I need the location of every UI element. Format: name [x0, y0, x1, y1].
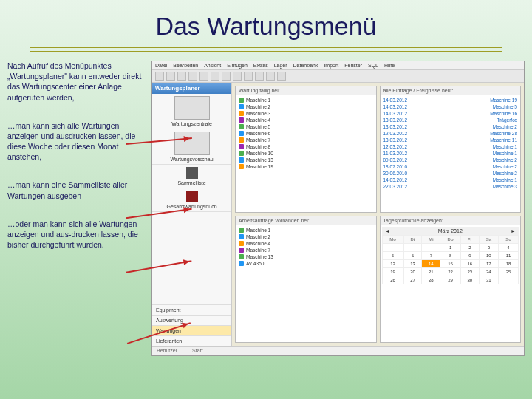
list-item[interactable]: AV 4350 — [237, 260, 375, 267]
cal-next-icon[interactable]: ► — [511, 228, 516, 233]
cal-day[interactable]: 9 — [460, 252, 479, 260]
toolbar-button[interactable] — [177, 72, 186, 81]
toolbar-button[interactable] — [166, 72, 175, 81]
cal-day[interactable]: 14 — [422, 260, 440, 268]
list-item[interactable]: 12.03.2012Maschine 1 — [382, 143, 519, 150]
cal-day[interactable]: 11 — [498, 252, 518, 260]
cal-day[interactable]: 5 — [382, 252, 403, 260]
cal-day[interactable]: 6 — [403, 252, 422, 260]
list-item[interactable]: Maschine 13 — [237, 157, 375, 163]
menu-item[interactable]: Hilfe — [384, 63, 395, 68]
list-item[interactable]: Maschine 10 — [237, 150, 375, 157]
entry-date: 18.07.2010 — [383, 164, 408, 169]
toolbar-button[interactable] — [155, 72, 164, 81]
cal-day[interactable]: 21 — [422, 268, 440, 276]
nav-auswertung[interactable]: Auswertung — [152, 315, 231, 325]
cal-day[interactable]: 20 — [403, 268, 422, 276]
toolbar-button[interactable] — [200, 72, 208, 81]
list-item[interactable]: 14.03.2012Maschine 1 — [382, 177, 519, 183]
cal-day[interactable]: 17 — [479, 260, 498, 268]
cal-day[interactable]: 10 — [479, 252, 498, 260]
list-item[interactable]: Maschine 8 — [237, 143, 375, 150]
cal-day[interactable] — [498, 276, 518, 284]
cal-day[interactable]: 4 — [498, 244, 518, 252]
sidebar-item-sammelliste[interactable]: Sammelliste — [152, 165, 231, 188]
cal-day[interactable]: 18 — [498, 260, 518, 268]
list-item[interactable]: Maschine 3 — [237, 110, 375, 117]
cal-day[interactable]: 8 — [440, 252, 461, 260]
orders-list: Maschine 1Maschine 2Maschine 4Maschine 7… — [236, 225, 376, 342]
cal-day[interactable] — [382, 244, 403, 252]
cal-day[interactable]: 12 — [382, 260, 403, 268]
list-item[interactable]: Maschine 19 — [237, 163, 375, 170]
list-icon — [186, 167, 198, 179]
toolbar-button[interactable] — [222, 72, 231, 81]
toolbar-button[interactable] — [211, 72, 219, 81]
list-item[interactable]: 22.03.2012Maschine 3 — [382, 183, 519, 190]
list-item[interactable]: Maschine 7 — [237, 247, 375, 253]
menu-item[interactable]: Fenster — [344, 63, 362, 68]
sidebar-item-wartungszentrale[interactable]: Wartungszentrale — [152, 94, 231, 129]
cal-day[interactable]: 26 — [382, 276, 403, 284]
nav-lieferanten[interactable]: Lieferanten — [152, 335, 231, 346]
list-item[interactable]: 11.03.2012Maschine 1 — [382, 150, 519, 157]
list-item[interactable]: 13.03.2012Trägerfox — [382, 117, 519, 123]
nav-equipment[interactable]: Equipment — [152, 304, 231, 315]
list-item[interactable]: Maschine 7 — [237, 137, 375, 143]
list-item[interactable]: Maschine 1 — [237, 227, 375, 233]
cal-day[interactable]: 19 — [382, 268, 403, 276]
menu-item[interactable]: Lager — [274, 63, 287, 68]
cal-day[interactable]: 30 — [460, 276, 479, 284]
menu-item[interactable]: Ansicht — [204, 63, 221, 68]
list-item[interactable]: Maschine 13 — [237, 253, 375, 260]
menu-item[interactable]: Datei — [155, 63, 167, 68]
cal-day[interactable]: 23 — [460, 268, 479, 276]
toolbar-button[interactable] — [266, 72, 275, 81]
cal-day[interactable]: 29 — [440, 276, 461, 284]
list-item[interactable]: Maschine 2 — [237, 233, 375, 240]
toolbar-button[interactable] — [277, 72, 286, 81]
list-item[interactable]: 13.03.2012Maschine 2 — [382, 123, 519, 130]
list-item[interactable]: 18.07.2010Maschine 2 — [382, 163, 519, 170]
menu-item[interactable]: Einfügen — [227, 63, 248, 68]
cal-day[interactable]: 28 — [422, 276, 440, 284]
list-item[interactable]: 14.03.2012Maschine 19 — [382, 97, 519, 103]
cal-day[interactable]: 3 — [479, 244, 498, 252]
list-item[interactable]: Maschine 1 — [237, 97, 375, 103]
cal-day[interactable]: 1 — [440, 244, 461, 252]
cal-day[interactable]: 2 — [460, 244, 479, 252]
menu-item[interactable]: SQL — [368, 63, 378, 68]
cal-dow: Do — [440, 236, 461, 244]
cal-day[interactable] — [422, 244, 440, 252]
list-item[interactable]: 12.03.2012Maschine 28 — [382, 130, 519, 137]
list-item[interactable]: Maschine 5 — [237, 123, 375, 130]
list-item[interactable]: 14.03.2012Maschine 16 — [382, 110, 519, 117]
cal-day[interactable]: 7 — [422, 252, 440, 260]
list-item[interactable]: 14.03.2012Maschine 5 — [382, 103, 519, 110]
menu-item[interactable]: Bearbeiten — [173, 63, 198, 68]
menu-item[interactable]: Import — [324, 63, 338, 68]
list-item[interactable]: Maschine 4 — [237, 117, 375, 123]
menu-item[interactable]: Datenbank — [293, 63, 318, 68]
cal-day[interactable]: 25 — [498, 268, 518, 276]
list-item[interactable]: Maschine 2 — [237, 103, 375, 110]
toolbar-button[interactable] — [233, 72, 242, 81]
cal-day[interactable] — [403, 244, 422, 252]
cal-prev-icon[interactable]: ◄ — [385, 228, 390, 233]
cal-day[interactable]: 15 — [440, 260, 461, 268]
list-item[interactable]: Maschine 6 — [237, 130, 375, 137]
list-item[interactable]: 13.03.2012Maschine 11 — [382, 137, 519, 143]
list-item[interactable]: 30.06.2010Maschine 2 — [382, 170, 519, 177]
menu-item[interactable]: Extras — [253, 63, 268, 68]
list-item[interactable]: Maschine 4 — [237, 240, 375, 247]
toolbar-button[interactable] — [188, 72, 197, 81]
list-item[interactable]: 09.03.2012Maschine 2 — [382, 157, 519, 163]
toolbar-button[interactable] — [255, 72, 264, 81]
cal-day[interactable]: 24 — [479, 268, 498, 276]
cal-day[interactable]: 27 — [403, 276, 422, 284]
cal-day[interactable]: 31 — [479, 276, 498, 284]
cal-day[interactable]: 13 — [403, 260, 422, 268]
cal-day[interactable]: 22 — [440, 268, 461, 276]
toolbar-button[interactable] — [244, 72, 253, 81]
cal-day[interactable]: 16 — [460, 260, 479, 268]
